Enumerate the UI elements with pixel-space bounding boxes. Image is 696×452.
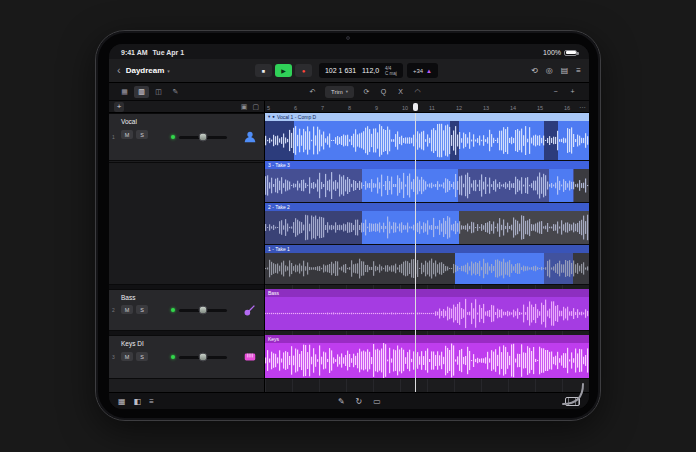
mixer-icon[interactable]: ▤: [561, 67, 569, 75]
tuner-icon[interactable]: ◎: [546, 67, 553, 75]
keys-region-header[interactable]: Keys: [265, 335, 589, 343]
track-number: 2: [112, 307, 115, 313]
bass-region-header[interactable]: Bass: [265, 289, 589, 297]
project-title: Daydream: [126, 66, 165, 75]
add-track-button[interactable]: +: [114, 102, 124, 112]
quantize-tool-icon[interactable]: Q: [377, 88, 390, 95]
mute-button[interactable]: M: [121, 352, 133, 361]
take-lane-header[interactable]: 2 - Take 2: [265, 203, 589, 211]
input-level-led: [171, 355, 175, 359]
track-header-keys[interactable]: 3 Keys DI M S: [109, 335, 264, 379]
browser-icon[interactable]: ▦: [118, 397, 126, 406]
view-loops-icon[interactable]: ◫: [151, 86, 166, 98]
take-segment[interactable]: [544, 253, 573, 284]
track-header-bass[interactable]: 2 Bass M S: [109, 289, 264, 331]
take-region[interactable]: [265, 253, 589, 285]
lcd-display[interactable]: 102 1 631 112,0 4/4 C maj: [319, 63, 403, 78]
record-button[interactable]: ●: [295, 64, 312, 77]
take-lane-header[interactable]: 3 - Take 3: [265, 161, 589, 169]
keys-region[interactable]: [265, 343, 589, 379]
front-camera: [346, 36, 350, 40]
bar-ruler[interactable]: 5 6 7 8 9 10 11 12 13 14 15 16: [265, 101, 589, 113]
playhead-handle[interactable]: [413, 103, 418, 111]
comp-region-label: Vocal 1 - Comp D: [277, 113, 316, 121]
take-segment[interactable]: [574, 169, 589, 202]
undo-icon[interactable]: ↶: [306, 88, 319, 96]
cycle-tool-icon[interactable]: ↻: [356, 397, 363, 406]
project-menu-chevron-icon[interactable]: ▾: [167, 68, 170, 74]
volume-knob[interactable]: [199, 306, 208, 315]
back-chevron-icon[interactable]: ‹: [117, 65, 121, 76]
solo-button[interactable]: S: [136, 352, 148, 361]
trim-tool-dropdown[interactable]: Trim ▾: [325, 86, 354, 98]
track-header-vocal[interactable]: 1 Vocal M S: [109, 113, 264, 161]
marquee-tool-icon[interactable]: ▭: [373, 397, 381, 406]
track-sort-icon[interactable]: ▣: [241, 103, 248, 111]
metronome-icon[interactable]: ▲: [426, 68, 432, 74]
take-region[interactable]: [265, 169, 589, 203]
track-header-column: + ▣ ▢ 1 Vocal M S: [109, 101, 265, 392]
volume-slider[interactable]: [179, 136, 227, 139]
comp-segment[interactable]: [294, 121, 450, 160]
view-grid-icon[interactable]: ▦: [117, 86, 132, 98]
count-display[interactable]: +34 ▲: [407, 63, 438, 78]
input-level-led: [171, 308, 175, 312]
volume-slider[interactable]: [179, 309, 227, 312]
edit-toolbar: ▦ ▥ ◫ ✎ ↶ Trim ▾ ⟳ Q X ◠ − +: [109, 83, 589, 101]
loop-tool-icon[interactable]: ⟳: [360, 88, 373, 96]
volume-slider[interactable]: [179, 356, 227, 359]
main-toolbar: ‹ Daydream ▾ ■ ▶ ● 102 1 631 112,0 4/4 C…: [109, 59, 589, 83]
ipad-device: 9:41 AMTue Apr 1 100% ‹ Daydream ▾ ■ ▶ ●…: [95, 30, 601, 421]
track-name[interactable]: Bass: [121, 294, 135, 301]
keys-track-icon: [243, 350, 257, 364]
bar-tick: 11: [427, 105, 454, 111]
take-segment[interactable]: [455, 253, 544, 284]
take-region[interactable]: [265, 211, 589, 245]
track-options-icon[interactable]: ▢: [252, 103, 259, 111]
bass-track-icon: [243, 303, 257, 317]
take-segment[interactable]: [549, 169, 573, 202]
ruler-more-icon[interactable]: …: [579, 102, 586, 109]
comp-segment[interactable]: [459, 121, 543, 160]
zoom-in-icon[interactable]: +: [566, 88, 579, 95]
cycle-icon[interactable]: ⟲: [531, 67, 538, 75]
crossfade-tool-icon[interactable]: X: [394, 88, 407, 95]
track-number: 1: [112, 134, 115, 140]
solo-button[interactable]: S: [136, 305, 148, 314]
clock: 9:41 AM: [121, 49, 148, 56]
mute-button[interactable]: M: [121, 130, 133, 139]
status-bar: 9:41 AMTue Apr 1 100%: [109, 44, 589, 59]
comp-region[interactable]: [265, 121, 589, 161]
take-lane-header[interactable]: 1 - Take 1: [265, 245, 589, 253]
onscreen-keyboard-icon[interactable]: [565, 397, 580, 406]
bass-region[interactable]: [265, 297, 589, 331]
take-lanes-header: [109, 162, 264, 285]
volume-knob[interactable]: [199, 353, 208, 362]
take-segment[interactable]: [362, 169, 458, 202]
bar-tick: 8: [346, 105, 373, 111]
arrange-area[interactable]: 5 6 7 8 9 10 11 12 13 14 15 16 … ▾: [265, 101, 589, 392]
glue-tool-icon[interactable]: ◠: [411, 88, 424, 96]
trim-chevron-icon: ▾: [346, 89, 348, 94]
take-segment[interactable]: [362, 211, 459, 244]
playhead-line[interactable]: [415, 113, 416, 392]
stop-button[interactable]: ■: [255, 64, 272, 77]
comp-disclosure-icon[interactable]: ▾: [268, 113, 270, 121]
zoom-out-icon[interactable]: −: [549, 88, 562, 95]
trim-label: Trim: [331, 89, 343, 95]
comp-region-header[interactable]: ▾ ● Vocal 1 - Comp D: [265, 113, 589, 121]
split-view-icon[interactable]: ◧: [134, 397, 142, 406]
take-segment[interactable]: [459, 211, 589, 244]
volume-knob[interactable]: [199, 133, 208, 142]
view-tracks-icon[interactable]: ▥: [134, 86, 149, 98]
comp-segment[interactable]: [558, 121, 589, 160]
play-button[interactable]: ▶: [275, 64, 292, 77]
mute-button[interactable]: M: [121, 305, 133, 314]
track-name[interactable]: Keys DI: [121, 340, 144, 347]
view-automation-icon[interactable]: ✎: [168, 86, 183, 98]
track-name[interactable]: Vocal: [121, 118, 137, 125]
solo-button[interactable]: S: [136, 130, 148, 139]
pencil-tool-icon[interactable]: ✎: [338, 397, 345, 406]
menu-icon[interactable]: ≡: [576, 67, 581, 75]
list-editor-icon[interactable]: ≡: [149, 397, 154, 406]
